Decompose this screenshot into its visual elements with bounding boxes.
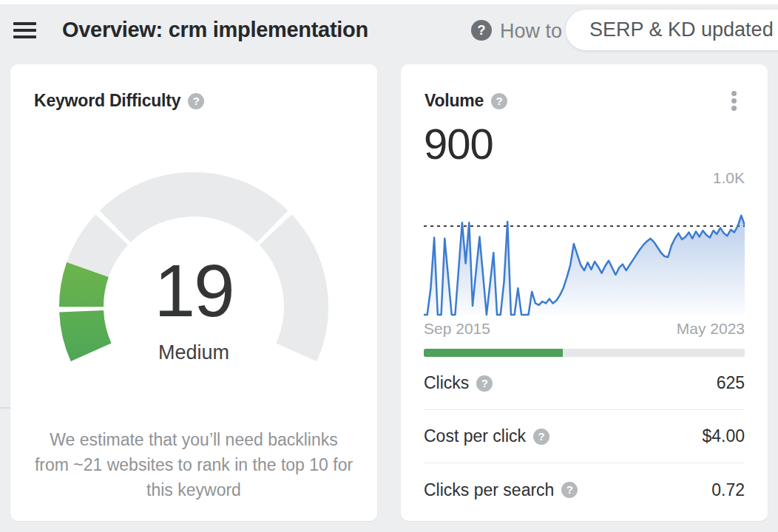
metric-label: Cost per click xyxy=(424,426,526,446)
metric-label: Clicks per search xyxy=(424,480,554,500)
metric-value: 625 xyxy=(717,373,745,393)
metric-value: 0.72 xyxy=(711,480,745,500)
volume-card: Volume ? 900 1.0K Sep 2015 May 2023 xyxy=(401,64,768,521)
clicks-ratio-bar-fill xyxy=(424,349,563,357)
kd-difficulty-label: Medium xyxy=(10,343,377,363)
volume-value: 900 xyxy=(424,123,493,166)
metric-row-clicks: Clicks ? 625 xyxy=(424,357,745,410)
volume-metrics: Clicks ? 625 Cost per click ? $4.00 Clic… xyxy=(424,357,745,516)
page-title: Overview: crm implementation xyxy=(62,18,368,42)
header-help-icon[interactable]: ? xyxy=(471,20,492,41)
volume-help-icon[interactable]: ? xyxy=(491,93,507,109)
cps-help-icon[interactable]: ? xyxy=(561,482,578,498)
kd-score: 19 xyxy=(10,253,377,327)
kd-footnote: We estimate that you’ll need backlinks f… xyxy=(31,427,356,502)
chart-start-date: Sep 2015 xyxy=(424,320,490,338)
volume-card-title: Volume xyxy=(424,91,484,111)
chart-end-date: May 2023 xyxy=(677,320,745,338)
clicks-ratio-bar xyxy=(424,349,745,357)
volume-ref-label: 1.0K xyxy=(713,169,745,187)
keyword-difficulty-card: Keyword Difficulty ? 19 Medium We estima… xyxy=(10,64,377,521)
pill-label: SERP & KD updated xyxy=(566,10,778,50)
volume-chart[interactable] xyxy=(424,204,745,316)
serp-kd-updated-pill[interactable]: SERP & KD updated xyxy=(566,10,778,50)
clicks-help-icon[interactable]: ? xyxy=(476,375,493,392)
how-to-link[interactable]: How to xyxy=(500,20,562,43)
metric-row-cps: Clicks per search ? 0.72 xyxy=(424,463,745,516)
cpc-help-icon[interactable]: ? xyxy=(533,429,549,445)
kebab-menu-icon[interactable] xyxy=(731,91,737,113)
metric-value: $4.00 xyxy=(702,426,745,446)
metric-row-cpc: Cost per click ? $4.00 xyxy=(424,410,745,463)
metric-label: Clicks xyxy=(424,373,469,393)
background-divider xyxy=(0,407,10,409)
header: Overview: crm implementation ? How to SE… xyxy=(0,4,778,52)
hamburger-menu-icon[interactable] xyxy=(13,22,36,38)
